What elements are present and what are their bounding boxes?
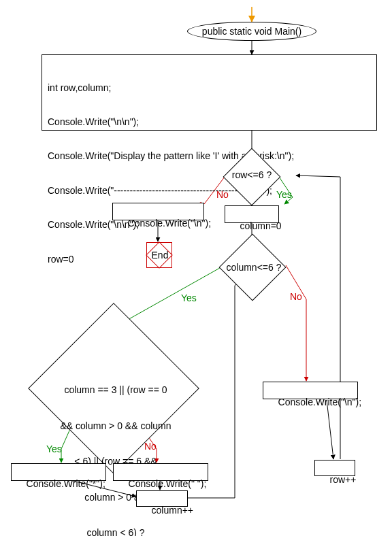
col-init-label: column=0 <box>240 220 282 231</box>
start-label: public static void Main() <box>202 26 301 37</box>
write-nl-row-label: Console.Write("\n"); <box>278 397 362 407</box>
col-init-node: column=0 <box>225 205 279 223</box>
row-inc-label: row++ <box>330 474 357 485</box>
write-nl-row-node: Console.Write("\n"); <box>263 382 358 399</box>
write-nl-end-label: Console.Write("\n"); <box>128 218 212 229</box>
svg-line-6 <box>327 400 333 459</box>
write-space-label: Console.Write(" "); <box>129 478 207 489</box>
write-star-label: Console.Write("*"); <box>27 478 105 489</box>
init-line: row=0 <box>48 254 371 265</box>
row-inc-node: row++ <box>314 460 355 476</box>
col-inc-label: column++ <box>152 505 193 516</box>
col-inc-node: column++ <box>136 490 188 507</box>
write-nl-end-node: Console.Write("\n"); <box>112 203 204 220</box>
write-space-node: Console.Write(" "); <box>113 463 208 481</box>
start-node: public static void Main() <box>187 22 316 41</box>
init-line: Console.Write("Display the pattern like … <box>48 150 371 162</box>
init-node: int row,column; Console.Write("\n\n"); C… <box>42 54 377 131</box>
flowchart-canvas: public static void Main() int row,column… <box>0 0 392 536</box>
write-star-node: Console.Write("*"); <box>11 463 106 481</box>
init-line: Console.Write("-------------------------… <box>48 185 371 197</box>
init-line: Console.Write("\n\n"); <box>48 116 371 128</box>
end-label: End <box>150 250 169 261</box>
init-line: int row,column; <box>48 82 371 94</box>
